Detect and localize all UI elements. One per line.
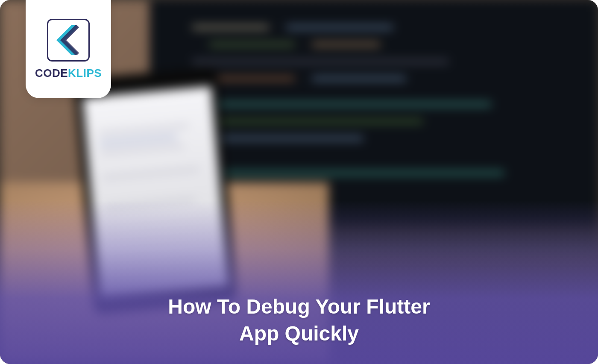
code-decoration (209, 43, 295, 46)
code-decoration (286, 26, 393, 29)
logo-badge: CODEKLIPS (26, 0, 111, 98)
phone-decoration (99, 125, 189, 134)
code-decoration (218, 77, 295, 80)
hero-title: How To Debug Your Flutter App Quickly (17, 294, 581, 347)
title-container: How To Debug Your Flutter App Quickly (0, 294, 598, 347)
code-decoration (209, 120, 423, 123)
title-line-1: How To Debug Your Flutter (168, 295, 430, 318)
code-decoration (184, 171, 504, 175)
code-decoration (192, 60, 448, 63)
logo-text: CODEKLIPS (35, 67, 102, 80)
code-decoration (312, 43, 380, 46)
code-decoration (192, 103, 491, 106)
phone-decoration (103, 168, 199, 179)
title-line-2: App Quickly (239, 322, 359, 345)
phone-decoration (100, 145, 184, 154)
phone-decoration (100, 136, 177, 144)
logo-icon (47, 19, 90, 62)
code-decoration (312, 77, 406, 80)
hero-banner: CODEKLIPS How To Debug Your Flutter App … (0, 0, 598, 364)
logo-text-part2: KLIPS (68, 67, 102, 79)
logo-k-icon (56, 25, 81, 55)
logo-text-part1: CODE (35, 67, 68, 79)
code-decoration (192, 26, 269, 29)
